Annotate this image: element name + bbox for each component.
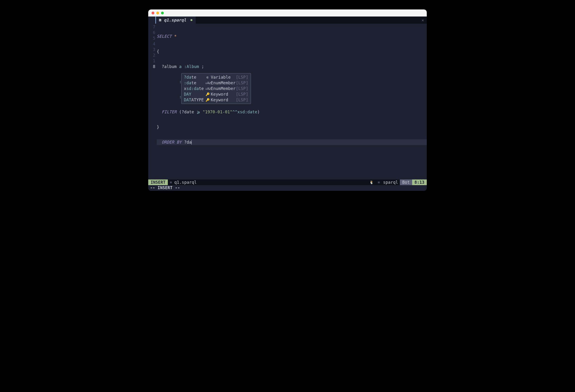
separator-icon: ≡: [168, 180, 174, 184]
brace: {: [157, 49, 427, 54]
type: :Album: [184, 64, 199, 69]
line-number: 1: [148, 58, 155, 64]
enum-icon: ↓Aᴢ: [205, 87, 210, 90]
completion-source: [LSP]: [236, 80, 248, 85]
editor-area[interactable]: 7 6 5 4 3 2 1 8 SELECT * { ?album a :Alb…: [148, 24, 427, 179]
datatype: xsd:date: [238, 110, 257, 114]
completion-kind: Keyword: [211, 92, 235, 97]
completion-item[interactable]: ?date α Variable [LSP]: [182, 74, 251, 80]
line-number: 5: [148, 35, 155, 41]
variable: ?album: [162, 64, 177, 69]
completion-source: [LSP]: [236, 92, 248, 97]
minimize-window-button[interactable]: [156, 12, 159, 14]
editor-window: 🗎 q1.sparql ✕ 7 6 5 4 3 2 1 8 SELECT * {…: [148, 9, 427, 191]
command-line: -- INSERT --: [148, 185, 427, 191]
file-icon: 🗎: [158, 18, 162, 22]
operator: ⩾: [194, 110, 203, 114]
completion-kind: Variable: [211, 75, 235, 80]
line-number: 2: [148, 52, 155, 58]
line-number: 3: [148, 47, 155, 52]
status-filename: q1.sparql: [174, 180, 197, 185]
keyword-icon: 🔑: [205, 98, 210, 102]
brace: }: [157, 124, 427, 130]
titlebar[interactable]: [148, 9, 427, 17]
star: *: [172, 34, 177, 39]
file-tab[interactable]: 🗎 q1.sparql: [155, 17, 196, 24]
status-filetype: sparql: [382, 180, 400, 185]
separator-icon: ≡: [376, 180, 382, 184]
close-tab-button[interactable]: ✕: [419, 18, 427, 23]
string: "1970-01-01": [203, 110, 232, 114]
completion-kind: EnumMember: [211, 80, 235, 85]
modified-indicator-icon: [191, 19, 192, 21]
line-number: 6: [148, 30, 155, 35]
completion-item[interactable]: DAY 🔑 Keyword [LSP]: [182, 91, 251, 97]
line-number: 4: [148, 41, 155, 47]
completion-source: [LSP]: [236, 75, 248, 80]
maximize-window-button[interactable]: [161, 12, 164, 14]
keyword: ORDER BY: [162, 140, 182, 145]
variable-icon: α: [205, 75, 210, 79]
cursor: [192, 140, 192, 145]
status-position: Bot: [400, 179, 412, 185]
line-number: 7: [148, 24, 155, 30]
completion-kind: Keyword: [211, 98, 235, 102]
completion-kind: EnumMember: [211, 86, 235, 91]
completion-source: [LSP]: [236, 98, 248, 102]
close-window-button[interactable]: [151, 12, 154, 14]
tab-bar: 🗎 q1.sparql ✕: [148, 17, 427, 24]
os-icon: 🐧: [367, 180, 376, 184]
mode-badge: INSERT: [148, 179, 168, 185]
keyword: SELECT: [157, 34, 172, 39]
variable: ?date: [182, 110, 194, 114]
completion-item[interactable]: DATATYPE 🔑 Keyword [LSP]: [182, 97, 251, 103]
completion-source: [LSP]: [236, 86, 248, 91]
completion-popup[interactable]: ?date α Variable [LSP] :date ↓Aᴢ EnumMem…: [181, 73, 251, 104]
tab-filename: q1.sparql: [164, 18, 186, 23]
line-number: 8: [148, 64, 155, 70]
keyword-icon: 🔑: [205, 92, 210, 96]
variable-typing: ?da: [184, 140, 192, 145]
status-line: INSERT ≡ q1.sparql 🐧 ≡ sparql Bot 8:13: [148, 179, 427, 185]
status-rowcol: 8:13: [412, 179, 427, 185]
keyword: FILTER: [162, 110, 177, 114]
completion-item[interactable]: xsd:date ↓Aᴢ EnumMember [LSP]: [182, 86, 251, 91]
line-number-gutter: 7 6 5 4 3 2 1 8: [148, 24, 157, 179]
enum-icon: ↓Aᴢ: [205, 81, 210, 85]
completion-item[interactable]: :date ↓Aᴢ EnumMember [LSP]: [182, 80, 251, 86]
